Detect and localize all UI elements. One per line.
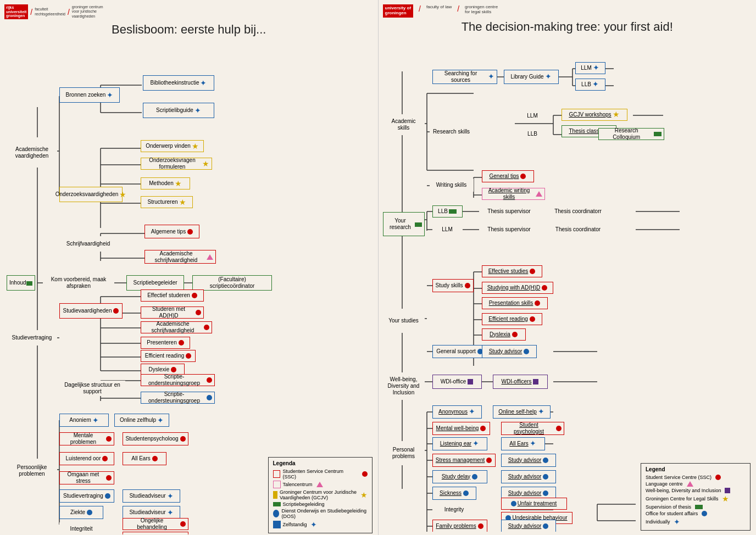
node-llm-top: LLM ✦ [575, 62, 605, 74]
legend-dos: Dienst Onderwijs en Studiebegeleiding (D… [273, 508, 368, 519]
node-integriteit: Integriteit [59, 522, 103, 534]
node-ziekte: Ziekte [59, 506, 103, 519]
legend-scriptie-label: Scriptiebegeleiding [283, 501, 325, 507]
node-student-psych: Student psychologist [501, 422, 564, 435]
node-general-tips: General tips [482, 170, 534, 182]
legend-title-left: Legenda [273, 460, 368, 466]
node-studievertraging: Studievertraging [7, 330, 57, 345]
left-legend: Legenda Studenten Service Centrum (SSC) … [268, 457, 373, 533]
node-study-adv5: Study advisor [501, 520, 556, 532]
node-family: Family problems [432, 520, 487, 532]
groningen-centre-right: groningen centrefor legal skills [465, 4, 498, 14]
node-listening-ear: Listening ear ✦ [432, 437, 487, 450]
left-title: Beslisboom: eerste hulp bij... [4, 23, 374, 37]
node-ongelijke: Ongelijke behandeling [123, 518, 188, 530]
legend-scriptie: Scriptiebegeleiding [273, 501, 368, 507]
node-bibliothek: Bibliotheekinstructie ✦ [143, 75, 214, 91]
node-all-ears: All Ears ✦ [501, 437, 545, 450]
node-onderzoeksvragen: Onderzoeksvragen formuleren ★ [141, 158, 212, 170]
node-your-studies: Your studies [383, 309, 425, 333]
node-algemene: Algemene tips [144, 225, 199, 238]
node-effectief: Effectief studeren [141, 289, 204, 302]
rug-logo-left: rijksuniversiteitgroningen / faculteitre… [4, 4, 103, 19]
node-bronnen: Bronnen zoeken ✦ [59, 87, 120, 103]
node-study-adv2: Study advisor [501, 454, 556, 467]
legend-dos-label: Dienst Onderwijs en Studiebegeleiding (D… [281, 508, 367, 519]
legend-lang-right: Language centre [646, 481, 746, 487]
legend-thesis-right: Supervision of thesis [646, 504, 746, 510]
groningen-centre-left: groninger centrumvoor juridischevaardigh… [72, 5, 103, 19]
node-dagelijkse: Dagelijkse structuur en support [59, 381, 125, 396]
right-title: The decision-making tree: your first aid… [383, 20, 752, 34]
node-thesis-coord2: Thesis coordinator [547, 224, 610, 236]
node-scriptiebeg: Scriptiebegeleider [126, 275, 184, 291]
legend-individual-right: Individually ✦ [646, 517, 746, 526]
rug-logo-box: rijksuniversiteitgroningen [4, 4, 28, 19]
legend-office-label: Office for student affairs [646, 511, 698, 516]
node-schrijf: Schrijfvaardigheid [59, 236, 117, 252]
node-thesis-coord1: Thesis coordinatorr [547, 205, 610, 218]
node-study-delay: Study delay [432, 470, 487, 483]
rug-logo-box-right: university ofgroningen [383, 4, 414, 18]
legend-lang-label: Language centre [646, 481, 683, 487]
right-tree: Academic skills Research skills Searchin… [383, 38, 752, 532]
legend-ssc-label: Studenten Service Centrum (SSC) [282, 469, 358, 480]
node-anoniem-l: Anoniem ✦ [59, 414, 109, 427]
right-header: university ofgroningen / faculty of law … [383, 4, 752, 18]
right-panel: university ofgroningen / faculty of law … [379, 0, 757, 535]
faculty-law-right: faculty of law [426, 4, 452, 9]
legend-title-right: Legend [646, 466, 746, 472]
node-scriptie-ond1: Scriptie-ondersteuningsgroep [141, 374, 215, 386]
slash1: / [30, 8, 32, 16]
node-effective-studies: Effective studies [482, 265, 542, 277]
node-efficient-reading: Efficient reading [482, 313, 542, 325]
node-study-adv3: Study advisor [501, 470, 556, 483]
node-sickness: Sickness [432, 487, 476, 500]
node-llb-top: LLB ✦ [575, 79, 605, 91]
legend-ssc-right-label: Student Service Centre (SSC) [646, 475, 711, 480]
right-legend: Legend Student Service Centre (SSC) Lang… [641, 463, 751, 531]
faculty-law-left: faculteitrechtsgeleerdheid [35, 7, 65, 16]
node-research-colloquium: Research Colloquium [598, 128, 664, 140]
left-panel: rijksuniversiteitgroningen / faculteitre… [0, 0, 379, 535]
node-llm-research: LLM [518, 110, 548, 122]
rug-logo-right: university ofgroningen [383, 4, 414, 18]
legend-office-right: Office for student affairs [646, 511, 746, 516]
node-llb-research: LLB [518, 128, 548, 140]
node-scriptielib: Scriptielibguide ✦ [143, 103, 214, 118]
legend-ssc-right: Student Service Centre (SSC) [646, 475, 746, 480]
legend-wdi-right: Well-being, Diversity and Inclusion [646, 488, 746, 493]
legend-gcjv-right: Groningen Centre for Legal Skills ★ [646, 494, 746, 503]
node-persoonlijke: Persoonlijke problemen [7, 459, 57, 483]
legend-wdi-label: Well-being, Diversity and Inclusion [646, 488, 721, 493]
node-online-self: Online self-help ✦ [493, 405, 551, 419]
node-anonymous: Anonymous ✦ [432, 405, 482, 419]
node-kom: Kom voorbereid, maak afspraken [43, 275, 114, 291]
main-container: rijksuniversiteitgroningen / faculteitre… [0, 0, 756, 535]
legend-gcjv-right-label: Groningen Centre for Legal Skills [646, 496, 719, 501]
legend-gcjv-label: Groninger Centrum voor Juridische Vaardi… [280, 489, 357, 500]
legend-individual-label: Individually [646, 519, 670, 525]
node-efficient: Efficient reading [141, 350, 196, 362]
node-studieadv1: Studieadviseur ✦ [123, 489, 180, 503]
legend-gcjv: Groninger Centrum voor Juridische Vaardi… [273, 489, 368, 500]
legend-talen: Talencentrum [273, 481, 368, 488]
node-searching: Searching for sources ✦ [432, 70, 497, 84]
node-academic-skills: Academic skills [383, 114, 425, 135]
node-presentation-skills: Presentation skills [482, 297, 548, 309]
node-methoden: Methoden ★ [141, 177, 190, 190]
node-study-skills: Study skills [432, 279, 474, 292]
node-studying-adhd: Studying with AD(H)D [482, 282, 553, 294]
node-allears-l: All Ears [123, 452, 166, 465]
node-structureren: Structureren ★ [141, 196, 193, 208]
node-adhd: Studeren met AD(H)D [141, 306, 204, 319]
node-presenteren: Presenteren [141, 337, 190, 349]
node-ongewenst: Ongewenst gedrag [123, 532, 188, 534]
node-thesis-sup2: Thesis supervisor [479, 224, 540, 236]
node-llb-r: LLB [432, 205, 463, 218]
node-gcjv: GCJV workshops ★ [562, 109, 627, 121]
node-academic-writing: Academic writing skills [482, 188, 545, 200]
node-scriptie-ond2: Scriptie-ondersteuningsgroep [141, 392, 215, 404]
node-your-research: Your research [383, 212, 425, 236]
node-wellbeing: Well-being, Diversity and Inclusion [383, 372, 425, 400]
